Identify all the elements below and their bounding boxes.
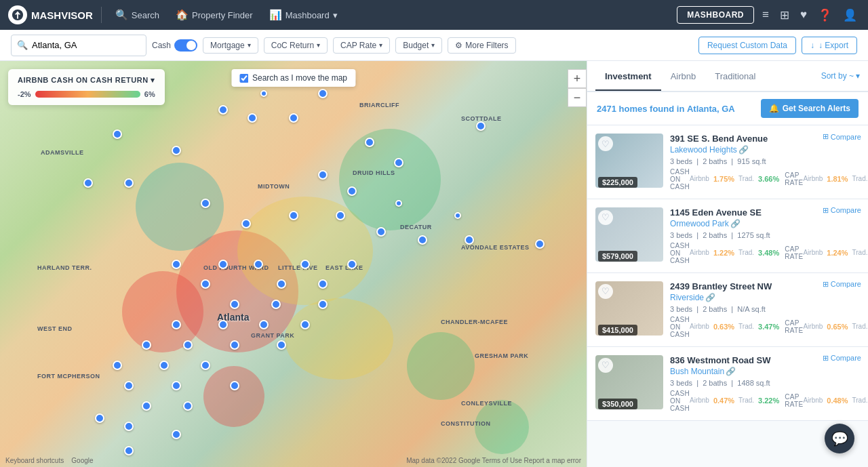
overlay-title[interactable]: AIRBNB CASH ON CASH RETURN ▾ xyxy=(18,76,155,85)
export-button[interactable]: ↓ ↓ Export xyxy=(802,37,857,54)
zoom-in-btn[interactable]: + xyxy=(568,69,587,88)
listing-neighborhood-4[interactable]: Bush Mountain 🔗 xyxy=(670,367,860,376)
cap-values-4: Airbnb 0.48% Trad. 3.22% xyxy=(803,397,868,405)
neighborhood-link-icon-3: 🔗 xyxy=(705,293,715,302)
compare-btn-3[interactable]: ⊞ Compare xyxy=(823,280,861,289)
map-zoom-controls: + − xyxy=(568,69,587,107)
nav-list-icon[interactable]: ≡ xyxy=(760,8,772,22)
price-badge-4: $350,000 xyxy=(598,399,637,409)
right-panel: Investment Airbnb Traditional Sort by ~ … xyxy=(587,61,868,467)
sort-by-button[interactable]: Sort by ~ ▾ xyxy=(821,71,860,81)
coc-values-4: Airbnb 0.47% Trad. 3.22% xyxy=(690,397,779,405)
listing-neighborhood-2[interactable]: Ormewood Park 🔗 xyxy=(670,219,860,228)
coc-values-1: Airbnb 1.75% Trad. 3.66% xyxy=(690,175,779,183)
listing-card: ♡ $579,000 1145 Eden Avenue SE Ormewood … xyxy=(587,199,868,273)
listing-meta-2: 3 beds | 2 baths | 1275 sq.ft xyxy=(670,231,860,239)
more-filters-btn[interactable]: ⚙ More Filters xyxy=(448,37,515,54)
tab-airbnb[interactable]: Airbnb xyxy=(661,63,706,91)
nav-favorites-icon[interactable]: ♥ xyxy=(797,8,810,22)
search-alerts-button[interactable]: 🔔 Get Search Alerts xyxy=(761,99,859,118)
nav-help-icon[interactable]: ❓ xyxy=(815,8,835,22)
cap-stat-row-3: CAP RATE Airbnb 0.65% Trad. 3.54% xyxy=(785,316,868,338)
sort-chevron: ▾ xyxy=(856,71,860,81)
listing-info-4: 836 Westmont Road SW Bush Mountain 🔗 3 b… xyxy=(670,355,860,412)
google-credit: Keyboard shortcuts Google xyxy=(5,457,94,464)
compare-btn-1[interactable]: ⊞ Compare xyxy=(823,132,861,141)
custom-data-button[interactable]: Request Custom Data xyxy=(698,37,796,54)
cap-stat-row-1: CAP RATE Airbnb 1.81% Trad. 3.79% xyxy=(785,168,868,190)
listing-stats-4: CASH ON CASH Airbnb 0.47% Trad. 3.22% CA… xyxy=(670,390,860,412)
nav-mashboard[interactable]: 📊 Mashboard ▾ xyxy=(264,9,343,21)
app-logo[interactable]: MASHVISOR xyxy=(8,5,93,24)
mashboard-button[interactable]: MASHBOARD xyxy=(677,6,754,24)
listing-info-1: 391 SE S. Bend Avenue Lakewood Heights 🔗… xyxy=(670,134,860,190)
neighborhood-link-icon-2: 🔗 xyxy=(730,219,741,228)
coc-values-3: Airbnb 0.63% Trad. 3.47% xyxy=(690,323,779,331)
search-as-move-checkbox[interactable] xyxy=(239,74,248,83)
listing-stats-3: CASH ON CASH Airbnb 0.63% Trad. 3.47% CA… xyxy=(670,316,860,338)
tab-investment[interactable]: Investment xyxy=(595,63,661,91)
map-container[interactable]: ADAMSVILLE HARLAND TERR. WEST END FORT M… xyxy=(0,61,587,467)
nav-grid-icon[interactable]: ⊞ xyxy=(777,8,792,22)
listing-neighborhood-3[interactable]: Riverside 🔗 xyxy=(670,293,860,302)
cash-toggle-switch[interactable] xyxy=(174,39,197,52)
listing-image-wrap-3: ♡ $415,000 xyxy=(595,281,663,338)
export-icon: ↓ xyxy=(810,41,814,50)
app-name: MASHVISOR xyxy=(31,9,93,21)
cash-label: Cash xyxy=(152,41,171,50)
compare-btn-4[interactable]: ⊞ Compare xyxy=(823,354,861,363)
price-badge-3: $415,000 xyxy=(598,325,637,336)
budget-filter-btn[interactable]: Budget ▾ xyxy=(395,37,442,54)
favorite-btn-3[interactable]: ♡ xyxy=(598,284,613,299)
price-badge-2: $579,000 xyxy=(598,251,637,262)
favorite-btn-2[interactable]: ♡ xyxy=(598,210,613,225)
listing-info-3: 2439 Brantley Street NW Riverside 🔗 3 be… xyxy=(670,281,860,338)
area-label-gresham: Gresham Park xyxy=(475,352,528,359)
search-as-move-bar: Search as I move the map xyxy=(231,69,355,87)
gradient-bar xyxy=(35,91,140,98)
area-label-chandler: Chandler-McAfee xyxy=(441,319,508,325)
logo-icon xyxy=(8,5,27,24)
location-search-box[interactable]: 🔍 xyxy=(11,35,146,56)
mortgage-filter-btn[interactable]: Mortgage ▾ xyxy=(203,37,258,54)
coc-stat-row-1: CASH ON CASH Airbnb 1.75% Trad. 3.66% xyxy=(670,168,779,190)
cap-stat-row-2: CAP RATE Airbnb 1.24% Trad. 3.53% xyxy=(785,242,868,264)
favorite-btn-1[interactable]: ♡ xyxy=(598,136,613,151)
coc-stat-row-4: CASH ON CASH Airbnb 0.47% Trad. 3.22% xyxy=(670,390,779,412)
location-search-input[interactable] xyxy=(32,40,134,50)
tab-traditional[interactable]: Traditional xyxy=(705,63,765,91)
results-bar: 2471 homes found in Atlanta, GA 🔔 Get Se… xyxy=(587,92,868,125)
nav-property-finder[interactable]: 🏠 Property Finder xyxy=(170,9,258,21)
compare-icon-2: ⊞ xyxy=(823,206,829,215)
area-label-westend: WEST END xyxy=(37,325,73,332)
coc-values-2: Airbnb 1.22% Trad. 3.48% xyxy=(690,249,779,257)
gradient-max: 6% xyxy=(144,90,155,98)
cap-values-3: Airbnb 0.65% Trad. 3.54% xyxy=(803,323,868,331)
coc-chevron: ▾ xyxy=(317,41,320,49)
nav-search[interactable]: 🔍 Search xyxy=(110,9,165,21)
neighborhood-link-icon: 🔗 xyxy=(738,145,749,155)
search-as-move-label: Search as I move the map xyxy=(252,73,347,83)
nav-user-icon[interactable]: 👤 xyxy=(840,8,860,22)
chat-bubble[interactable]: 💬 xyxy=(825,424,854,453)
search-box-icon: 🔍 xyxy=(17,40,28,50)
compare-btn-2[interactable]: ⊞ Compare xyxy=(823,206,861,215)
cap-rate-chevron: ▾ xyxy=(379,41,382,49)
cap-rate-filter-btn[interactable]: CAP Rate ▾ xyxy=(333,37,390,54)
topnav-right-section: MASHBOARD ≡ ⊞ ♥ ❓ 👤 xyxy=(677,6,860,24)
listing-neighborhood-1[interactable]: Lakewood Heights 🔗 xyxy=(670,145,860,155)
favorite-btn-4[interactable]: ♡ xyxy=(598,358,613,373)
filterbar-right: Request Custom Data ↓ ↓ Export xyxy=(698,37,857,54)
listing-card: ♡ $225,000 391 SE S. Bend Avenue Lakewoo… xyxy=(587,125,868,199)
zoom-out-btn[interactable]: − xyxy=(568,88,587,107)
listing-meta-3: 3 beds | 2 baths | N/A sq.ft xyxy=(670,305,860,313)
coc-return-filter-btn[interactable]: CoC Return ▾ xyxy=(264,37,328,54)
cash-toggle-group: Cash xyxy=(152,39,197,52)
top-navigation: MASHVISOR 🔍 Search 🏠 Property Finder 📊 M… xyxy=(0,0,868,30)
area-label-mcpherson: FORT MCPHERSON xyxy=(37,373,100,380)
listings-scroll[interactable]: ♡ $225,000 391 SE S. Bend Avenue Lakewoo… xyxy=(587,125,868,467)
filter-bar: 🔍 Cash Mortgage ▾ CoC Return ▾ CAP Rate … xyxy=(0,30,868,61)
mashboard-icon: 📊 xyxy=(269,9,282,21)
main-area: ADAMSVILLE HARLAND TERR. WEST END FORT M… xyxy=(0,61,868,467)
listing-image-wrap-1: ♡ $225,000 xyxy=(595,134,663,190)
